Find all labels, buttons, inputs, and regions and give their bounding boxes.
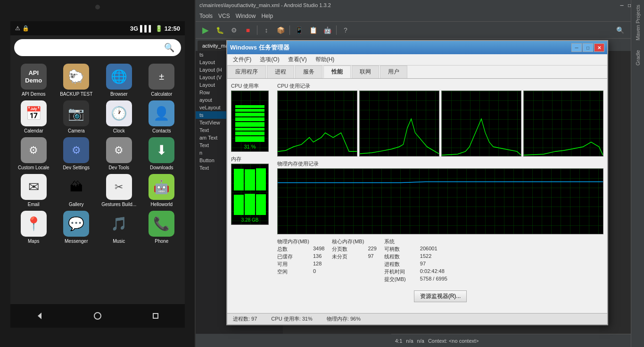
app-label-gestures: Gestures Build... bbox=[101, 202, 136, 207]
search-icon: 🔍 bbox=[164, 42, 174, 53]
phone-camera bbox=[95, 5, 100, 9]
phone-navbar bbox=[10, 304, 185, 328]
free-line: 空闲 0 bbox=[277, 268, 324, 275]
run-button[interactable]: ▶ bbox=[199, 24, 212, 36]
tm-tab-apps[interactable]: 应用程序 bbox=[227, 66, 266, 78]
phone-searchbar[interactable]: 🔍 bbox=[14, 39, 181, 56]
app-camera[interactable]: 📷 Camera bbox=[57, 100, 96, 133]
app-label-camera: Camera bbox=[68, 128, 85, 133]
side-tabs: Maven Projects Gradle bbox=[631, 0, 644, 347]
tm-menu-help[interactable]: 帮助(H) bbox=[312, 55, 339, 65]
tm-info-row: 物理内存(MB) 总数 3498 已缓存 136 可用 128 bbox=[277, 238, 603, 283]
threads-value: 1522 bbox=[420, 253, 431, 260]
app-label-helloworld: Helloworld bbox=[150, 202, 173, 207]
tm-tabs: 应用程序 进程 服务 性能 联网 用户 bbox=[227, 66, 607, 79]
tm-maximize[interactable]: □ bbox=[583, 43, 593, 52]
app-icon-downloads: ⬇ bbox=[149, 137, 174, 163]
tm-menu-view[interactable]: 查看(V) bbox=[284, 55, 311, 65]
tm-title-bar: Windows 任务管理器 ─ □ ✕ bbox=[227, 41, 607, 54]
app-dev-settings[interactable]: ⚙ Dev Settings bbox=[57, 137, 96, 170]
mem-bar-1 bbox=[234, 169, 244, 190]
build-button[interactable]: ⚙ bbox=[228, 24, 240, 36]
tm-body: CPU 使用率 31 % bbox=[227, 79, 607, 313]
gradle-tab[interactable]: Gradle bbox=[633, 45, 643, 70]
chart1-svg bbox=[278, 91, 357, 156]
studio-title: c\main\res\layout\activity_main.xml - An… bbox=[199, 2, 331, 8]
tm-close[interactable]: ✕ bbox=[594, 43, 604, 52]
app-clock[interactable]: 🕐 Clock bbox=[99, 100, 139, 133]
app-helloworld[interactable]: 🤖 Helloworld bbox=[142, 174, 182, 207]
search-everywhere-button[interactable]: 🔍 bbox=[614, 24, 626, 36]
mem-bar-5 bbox=[245, 194, 255, 215]
resource-monitor-button[interactable]: 资源监视器(R)... bbox=[414, 290, 467, 302]
recents-button[interactable] bbox=[149, 309, 162, 322]
app-icon-phone: 📞 bbox=[149, 211, 174, 237]
system-info: 系统 可柄数 206001 线程数 1522 进程数 97 bbox=[384, 238, 447, 283]
app-calculator[interactable]: ± Calculator bbox=[142, 64, 182, 97]
tm-tab-users[interactable]: 用户 bbox=[380, 66, 407, 78]
sdk-button[interactable]: 📦 bbox=[274, 24, 287, 36]
app-calendar[interactable]: 📅 Calendar bbox=[14, 100, 53, 133]
sync-button[interactable]: ↕ bbox=[260, 24, 272, 36]
tm-menu-file[interactable]: 文件(F) bbox=[229, 55, 255, 65]
cpu-history-section: CPU 使用记录 bbox=[277, 83, 603, 157]
app-downloads[interactable]: ⬇ Downloads bbox=[142, 137, 182, 170]
memory-gauge: 3.28 GB bbox=[231, 164, 269, 225]
app-label-devtools: Dev Tools bbox=[108, 165, 129, 170]
chart4-svg bbox=[524, 91, 603, 156]
minimize-button[interactable]: ─ bbox=[619, 2, 625, 8]
app-api-demos[interactable]: APIDemo API Demos bbox=[14, 64, 53, 97]
separator2 bbox=[289, 25, 290, 35]
tm-tab-services[interactable]: 服务 bbox=[295, 66, 322, 78]
mem-chart-svg bbox=[278, 169, 603, 234]
stop-button[interactable]: ■ bbox=[242, 24, 254, 36]
menu-vcs[interactable]: VCS bbox=[218, 13, 230, 19]
avd-button[interactable]: 📱 bbox=[293, 24, 305, 36]
physical-memory-header: 物理内存(MB) bbox=[277, 238, 324, 245]
separator3 bbox=[336, 25, 337, 35]
debug-button[interactable]: 🐛 bbox=[214, 24, 226, 36]
tm-menu-options[interactable]: 选项(O) bbox=[256, 55, 283, 65]
tm-tab-processes[interactable]: 进程 bbox=[267, 66, 294, 78]
android-button[interactable]: 🤖 bbox=[321, 24, 333, 36]
app-browser[interactable]: 🌐 Browser bbox=[99, 64, 139, 97]
app-label-phone: Phone bbox=[155, 239, 168, 244]
tm-minimize[interactable]: ─ bbox=[571, 43, 582, 52]
threads-label: 线程数 bbox=[384, 253, 417, 260]
tm-tab-performance[interactable]: 性能 bbox=[323, 66, 351, 78]
total-value: 3498 bbox=[313, 246, 324, 253]
app-dev-tools[interactable]: ⚙ Dev Tools bbox=[99, 137, 139, 170]
app-icon-music: 🎵 bbox=[106, 211, 132, 237]
help-btn[interactable]: ? bbox=[339, 24, 352, 36]
app-email[interactable]: ✉ Email bbox=[14, 174, 53, 207]
app-messenger[interactable]: 💬 Messenger bbox=[57, 211, 96, 244]
nonpaged-line: 未分页 97 bbox=[332, 253, 376, 260]
studio-toolbar: ▶ 🐛 ⚙ ■ ↕ 📦 📱 📋 🤖 ? 🔍 ⚙ bbox=[196, 22, 644, 39]
home-button[interactable] bbox=[91, 309, 104, 322]
app-label-email: Email bbox=[28, 202, 40, 207]
chart3-svg bbox=[442, 91, 521, 156]
menu-help[interactable]: Help bbox=[261, 13, 273, 19]
cpu-bar-seg bbox=[235, 122, 264, 127]
tm-tab-network[interactable]: 联网 bbox=[352, 66, 379, 78]
app-icon-email: ✉ bbox=[21, 174, 47, 200]
menu-window[interactable]: Window bbox=[236, 13, 256, 19]
status-col: n/a bbox=[406, 338, 413, 344]
maven-tab[interactable]: Maven Projects bbox=[633, 0, 643, 45]
back-button[interactable] bbox=[33, 309, 46, 322]
cpu-bar-seg bbox=[235, 132, 264, 135]
processes-info-value: 97 bbox=[420, 261, 426, 268]
app-phone[interactable]: 📞 Phone bbox=[142, 211, 182, 244]
menu-tools[interactable]: Tools bbox=[199, 13, 213, 19]
sdk-mgr-button[interactable]: 📋 bbox=[307, 24, 319, 36]
app-backup-test[interactable]: 🐑 BACKUP TEST bbox=[57, 64, 96, 97]
app-gallery[interactable]: 🏔 Gallery bbox=[57, 174, 96, 207]
app-gestures[interactable]: ✂ Gestures Build... bbox=[99, 174, 139, 207]
app-maps[interactable]: 📍 Maps bbox=[14, 211, 53, 244]
app-music[interactable]: 🎵 Music bbox=[99, 211, 139, 244]
cpu-percent-label: 31 % bbox=[244, 144, 256, 149]
app-custom-locale[interactable]: ⚙ Custom Locale bbox=[14, 137, 53, 170]
studio-title-bar: c\main\res\layout\activity_main.xml - An… bbox=[196, 0, 644, 10]
app-contacts[interactable]: 👤 Contacts bbox=[142, 100, 182, 133]
app-label-calculator: Calculator bbox=[151, 91, 172, 97]
